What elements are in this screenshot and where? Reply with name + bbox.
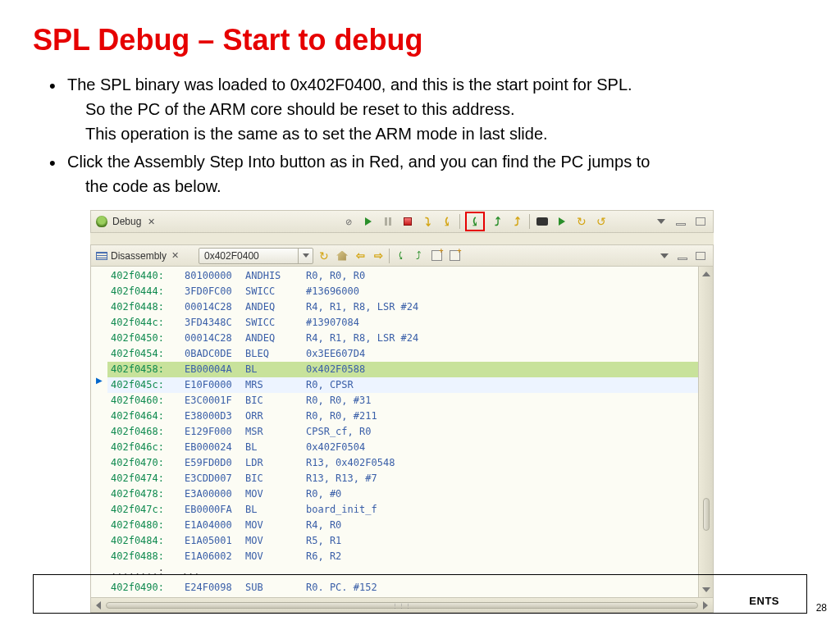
nav-forward-icon[interactable]: ⇨ [371,249,386,263]
disasm-line[interactable]: 402f0458:EB00004ABL0x402F0588 [107,362,698,377]
scroll-thumb[interactable] [703,498,710,531]
assembly-step-into-highlight: ⤹ [465,212,485,231]
current-line-pointer-icon: ▶ [91,267,107,385]
step-over-icon[interactable]: ⤴ [411,249,426,263]
chip-icon[interactable] [535,214,550,229]
disasm-line[interactable]: 402f0490:E24F0098SUBR0. PC. #152 [107,580,698,596]
disasm-line[interactable]: 402f0488:E1A06002MOVR6, R2 [107,549,698,564]
close-icon[interactable]: ✕ [148,217,155,227]
resume-button[interactable] [361,214,376,229]
disasm-line[interactable]: 402f0484:E1A05001MOVR5, R1 [107,533,698,549]
disassembly-tab-label[interactable]: Disassembly [111,250,167,262]
minimize-icon[interactable] [673,214,688,229]
slide-bullets: The SPL binary was loaded to 0x402F0400,… [49,72,807,199]
home-icon[interactable] [335,249,349,263]
scroll-track[interactable]: ⋮⋮⋮ [106,602,698,609]
separator [389,249,390,263]
close-icon[interactable]: ✕ [171,250,179,261]
disasm-line[interactable]: 402f0440:80100000ANDHISR0, R0, R0 [107,268,698,284]
debug-tab-label[interactable]: Debug [112,216,141,227]
step-into-button[interactable]: ⤹ [440,214,454,229]
disassembly-panel: Disassembly ✕ ↻ ⇦ ⇨ ⤹ ⤴ [90,244,714,613]
scroll-right-icon[interactable] [703,601,708,609]
scroll-up-icon[interactable] [702,272,710,276]
assembly-step-into-button[interactable]: ⤹ [468,214,482,229]
disassembly-code-area[interactable]: ▶ 402f0440:80100000ANDHISR0, R0, R0402f0… [91,267,713,597]
disasm-line[interactable]: 402f045c:E10F0000MRSR0, CPSR [107,377,698,393]
disasm-line[interactable]: 402f047c:EB0000FABLboard_init_f [107,502,698,518]
disassembly-icon [96,252,107,260]
disasm-line[interactable]: 402f046c:EB000024BL0x402F0504 [107,440,698,455]
disasm-line[interactable]: 402f0470:E59FD0D0LDRR13, 0x402F0548 [107,455,698,471]
disasm-line[interactable]: 402f0444:3FD0FC00SWICC#13696000 [107,284,698,299]
disasm-line[interactable]: 402f0454:0BADC0DEBLEQ0x3EE607D4 [107,346,698,362]
view-menu-icon[interactable] [654,214,669,229]
cycle-icon[interactable]: ↺ [594,214,609,229]
disasm-line[interactable]: 402f044c:3FD4348CSWICC#13907084 [107,315,698,331]
assembly-step-over-button[interactable]: ⤴ [490,214,504,229]
ide-screenshot: Debug ✕ ⊘ ⤵ ⤹ ⤹ ⤴ ⤴ ↻ ↺ [90,210,714,613]
disasm-line[interactable]: 402f0474:E3CDD007BICR13, R13, #7 [107,471,698,486]
disasm-line[interactable]: 402f0468:E129F000MSRCPSR_cf, R0 [107,424,698,440]
nav-back-icon[interactable]: ⇦ [353,249,368,263]
maximize-icon[interactable] [693,214,708,229]
step-return-button[interactable]: ⤴ [509,214,524,229]
disasm-line[interactable]: 402f0480:E1A04000MOVR4, R0 [107,518,698,533]
step-into-icon[interactable]: ⤹ [393,249,408,263]
address-field[interactable] [199,248,313,264]
disasm-line[interactable]: 402f0464:E38000D3ORRR0, R0, #211 [107,409,698,424]
page-number: 28 [816,602,827,614]
refresh-icon[interactable]: ↻ [574,214,589,229]
new-view-icon[interactable] [429,249,444,263]
scroll-down-icon[interactable] [702,587,710,592]
disasm-line[interactable]: 402f0460:E3C0001FBICR0, R0, #31 [107,393,698,409]
address-dropdown-icon[interactable] [298,249,313,263]
disasm-line[interactable]: 402f0478:E3A00000MOVR0, #0 [107,486,698,502]
skip-breakpoints-icon[interactable]: ⊘ [341,214,356,229]
vertical-scrollbar[interactable] [698,267,713,597]
gutter: ▶ [91,267,107,597]
separator [459,214,460,229]
horizontal-scrollbar[interactable]: ⋮⋮⋮ [91,597,713,612]
disasm-line[interactable]: 402f0448:00014C28ANDEQR4, R1, R8, LSR #2… [107,299,698,315]
bullet-1: The SPL binary was loaded to 0x402F0400,… [49,72,807,146]
code-body[interactable]: 402f0440:80100000ANDHISR0, R0, R0402f044… [107,267,698,597]
step-over-button[interactable]: ⤵ [420,214,435,229]
view-menu-icon[interactable] [657,249,672,263]
disasm-ellipsis: ........: ... [107,564,698,580]
bullet-2: Click the Assembly Step Into button as i… [49,149,807,199]
address-input[interactable] [199,249,298,263]
maximize-icon[interactable] [693,249,708,263]
refresh-icon[interactable]: ↻ [317,249,331,263]
scroll-left-icon[interactable] [96,601,101,609]
restart-button[interactable] [555,214,569,229]
separator [529,214,530,229]
new-view-icon[interactable] [447,249,462,263]
minimize-icon[interactable] [675,249,690,263]
brand-text-fragment: ENTS [749,595,779,607]
suspend-button[interactable] [381,214,395,229]
disasm-line[interactable]: 402f0450:00014C28ANDEQR4, R1, R8, LSR #2… [107,331,698,346]
bug-icon [96,216,107,227]
terminate-button[interactable] [400,214,415,229]
slide-title: SPL Debug – Start to debug [33,23,807,57]
disassembly-header: Disassembly ✕ ↻ ⇦ ⇨ ⤹ ⤴ [91,245,713,267]
debug-toolbar: Debug ✕ ⊘ ⤵ ⤹ ⤹ ⤴ ⤴ ↻ ↺ [90,210,714,233]
